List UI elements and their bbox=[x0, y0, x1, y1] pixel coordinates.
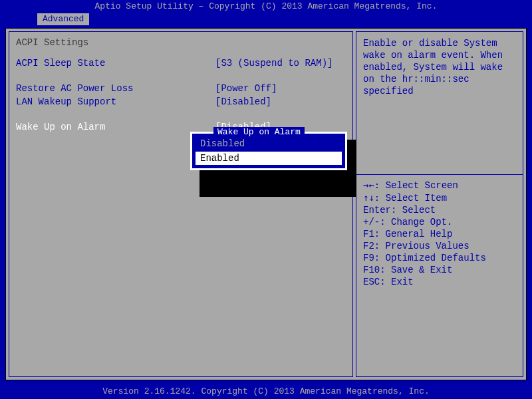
key-help: →←: Select Screen ↑↓: Select Item Enter:… bbox=[363, 179, 516, 288]
key-f9: F9: Optimized Defaults bbox=[363, 252, 516, 264]
help-text: Enable or disable System wake on alarm e… bbox=[363, 37, 516, 170]
setting-lan-wakeup[interactable]: LAN Wakeup Support [Disabled] bbox=[16, 96, 346, 108]
spacer bbox=[16, 70, 346, 82]
setting-value: [Disabled] bbox=[215, 96, 346, 108]
tab-row: Advanced bbox=[0, 13, 532, 28]
popup-option-disabled[interactable]: Disabled bbox=[196, 138, 341, 150]
setting-label: ACPI Sleep State bbox=[16, 57, 215, 69]
main-frame: ACPI Settings ACPI Sleep State [S3 (Susp… bbox=[5, 28, 527, 380]
settings-pane: ACPI Settings ACPI Sleep State [S3 (Susp… bbox=[9, 31, 353, 377]
spacer bbox=[16, 109, 346, 121]
help-pane: Enable or disable System wake on alarm e… bbox=[356, 31, 523, 377]
arrows-lr-icon: →←: bbox=[363, 180, 380, 190]
key-f2: F2: Previous Values bbox=[363, 240, 516, 252]
setting-label: LAN Wakeup Support bbox=[16, 96, 215, 108]
divider bbox=[356, 174, 523, 175]
setting-restore-ac[interactable]: Restore AC Power Loss [Power Off] bbox=[16, 82, 346, 94]
popup-option-enabled[interactable]: Enabled bbox=[196, 152, 341, 164]
key-label: Select Screen bbox=[386, 180, 458, 191]
key-label: Select Item bbox=[386, 193, 447, 203]
key-changeopt: +/-: Change Opt. bbox=[363, 216, 516, 228]
key-select-screen: →←: Select Screen bbox=[363, 179, 516, 192]
title-bar: Aptio Setup Utility – Copyright (C) 2013… bbox=[0, 0, 532, 13]
setting-value: [S3 (Suspend to RAM)] bbox=[215, 57, 346, 69]
section-title: ACPI Settings bbox=[16, 37, 346, 48]
setting-label: Restore AC Power Loss bbox=[16, 82, 215, 94]
option-popup: Wake Up on Alarm Disabled Enabled bbox=[190, 132, 347, 170]
key-esc: ESC: Exit bbox=[363, 276, 516, 288]
setting-acpi-sleep-state[interactable]: ACPI Sleep State [S3 (Suspend to RAM)] bbox=[16, 57, 346, 69]
setting-value: [Power Off] bbox=[215, 82, 346, 94]
key-select-item: ↑↓: Select Item bbox=[363, 192, 516, 204]
footer-bar: Version 2.16.1242. Copyright (C) 2013 Am… bbox=[0, 384, 532, 399]
popup-title: Wake Up on Alarm bbox=[213, 127, 305, 137]
key-enter: Enter: Select bbox=[363, 204, 516, 216]
setting-label: Wake Up on Alarm bbox=[16, 121, 215, 133]
tab-advanced[interactable]: Advanced bbox=[37, 13, 89, 25]
arrows-ud-icon: ↑↓: bbox=[363, 192, 380, 203]
key-f10: F10: Save & Exit bbox=[363, 264, 516, 276]
key-f1: F1: General Help bbox=[363, 228, 516, 240]
